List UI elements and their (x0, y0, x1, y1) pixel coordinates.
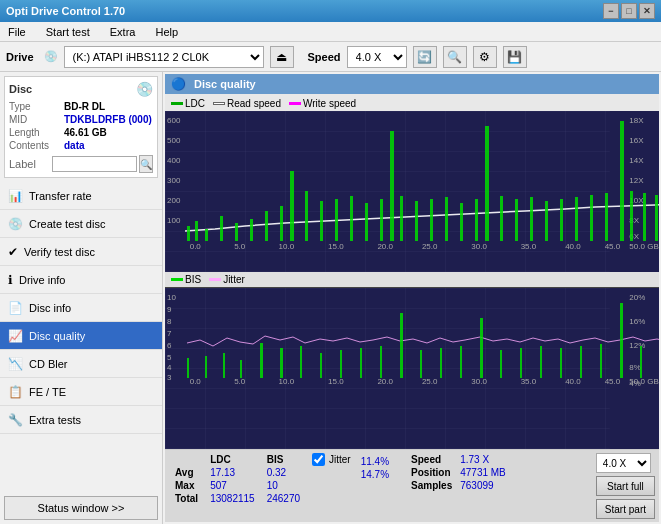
svg-text:5.0: 5.0 (234, 377, 246, 386)
svg-rect-52 (545, 201, 548, 241)
svg-text:100: 100 (167, 216, 181, 225)
menu-extra[interactable]: Extra (106, 24, 140, 40)
label-input[interactable] (52, 156, 137, 172)
svg-rect-63 (165, 288, 610, 449)
svg-rect-54 (575, 197, 578, 241)
legend-bis-label: BIS (185, 274, 201, 285)
total-samples: 763099 (456, 479, 510, 492)
create-test-disc-icon: 💿 (8, 217, 23, 231)
svg-text:9: 9 (167, 305, 172, 314)
svg-rect-89 (205, 356, 207, 378)
menu-start-test[interactable]: Start test (42, 24, 94, 40)
sidebar-item-cd-bler[interactable]: 📉 CD Bler (0, 350, 162, 378)
transfer-rate-icon: 📊 (8, 189, 23, 203)
svg-text:10.0: 10.0 (279, 377, 295, 386)
svg-rect-93 (280, 348, 283, 378)
stats-table: LDC BIS Avg 17.13 0.32 Max 507 10 Total … (169, 453, 306, 505)
cd-bler-icon: 📉 (8, 357, 23, 371)
total-label: Total (169, 492, 204, 505)
minimize-button[interactable]: − (603, 3, 619, 19)
sidebar-item-fe-te[interactable]: 📋 FE / TE (0, 378, 162, 406)
svg-rect-90 (223, 353, 225, 378)
svg-text:10: 10 (167, 293, 176, 302)
avg-ldc: 17.13 (204, 466, 261, 479)
jitter-stats-table: 11.4% 14.7% (357, 453, 401, 481)
refresh-button[interactable]: 🔄 (413, 46, 437, 68)
sidebar-label-create-test-disc: Create test disc (29, 218, 105, 230)
type-value: BD-R DL (64, 101, 105, 112)
chart-header: 🔵 Disc quality (165, 74, 659, 94)
svg-rect-43 (415, 201, 418, 241)
sidebar-item-verify-test-disc[interactable]: ✔ Verify test disc (0, 238, 162, 266)
sidebar-item-transfer-rate[interactable]: 📊 Transfer rate (0, 182, 162, 210)
svg-rect-33 (280, 206, 283, 241)
svg-rect-53 (560, 199, 563, 241)
svg-rect-38 (350, 196, 353, 241)
svg-rect-42 (400, 196, 403, 241)
disc-panel-title: Disc (9, 83, 32, 95)
samples-label: Samples (407, 479, 456, 492)
sidebar-item-disc-info[interactable]: 📄 Disc info (0, 294, 162, 322)
svg-rect-109 (600, 344, 602, 378)
svg-text:40.0: 40.0 (565, 377, 581, 386)
bottom-chart: 10 9 8 7 6 5 4 3 20% 16% 12% 8% 4% 0.0 5… (165, 287, 659, 449)
right-buttons: 4.0 X Start full Start part (596, 453, 655, 519)
svg-rect-27 (195, 221, 198, 241)
svg-text:6: 6 (167, 341, 172, 350)
max-ldc: 507 (204, 479, 261, 492)
svg-rect-34 (290, 171, 294, 241)
col-ldc: LDC (204, 453, 261, 466)
scan-button[interactable]: 🔍 (443, 46, 467, 68)
contents-key: Contents (9, 140, 64, 151)
svg-text:14X: 14X (629, 156, 644, 165)
svg-text:7: 7 (167, 329, 172, 338)
drive-select[interactable]: (K:) ATAPI iHBS112 2 CL0K (64, 46, 264, 68)
svg-text:35.0: 35.0 (521, 242, 537, 251)
settings-button[interactable]: ⚙ (473, 46, 497, 68)
menu-help[interactable]: Help (151, 24, 182, 40)
chart-area: 🔵 Disc quality LDC Read speed Write spee… (163, 72, 661, 524)
length-key: Length (9, 127, 64, 138)
start-full-button[interactable]: Start full (596, 476, 655, 496)
svg-text:15.0: 15.0 (328, 377, 344, 386)
svg-rect-30 (235, 223, 238, 241)
svg-text:20%: 20% (629, 293, 645, 302)
label-browse-button[interactable]: 🔍 (139, 155, 153, 173)
jitter-checkbox[interactable] (312, 453, 325, 466)
save-button[interactable]: 💾 (503, 46, 527, 68)
close-button[interactable]: ✕ (639, 3, 655, 19)
sidebar-item-drive-info[interactable]: ℹ Drive info (0, 266, 162, 294)
max-bis: 10 (261, 479, 306, 492)
maximize-button[interactable]: □ (621, 3, 637, 19)
ldc-color (171, 102, 183, 105)
eject-button[interactable]: ⏏ (270, 46, 294, 68)
svg-rect-48 (485, 126, 489, 241)
start-part-button[interactable]: Start part (596, 499, 655, 519)
legend-ldc: LDC (171, 98, 205, 109)
extra-tests-icon: 🔧 (8, 413, 23, 427)
menu-file[interactable]: File (4, 24, 30, 40)
svg-text:12X: 12X (629, 176, 644, 185)
legend-write-speed-label: Write speed (303, 98, 356, 109)
sidebar-item-extra-tests[interactable]: 🔧 Extra tests (0, 406, 162, 434)
svg-text:45.0: 45.0 (605, 242, 621, 251)
jitter-color (209, 278, 221, 281)
svg-rect-44 (430, 199, 433, 241)
status-window-button[interactable]: Status window >> (4, 496, 158, 520)
svg-text:5: 5 (167, 353, 172, 362)
avg-label: Avg (169, 466, 204, 479)
disc-panel: Disc 💿 Type BD-R DL MID TDKBLDRFB (000) … (4, 76, 158, 178)
svg-rect-51 (530, 197, 533, 241)
svg-text:5.0: 5.0 (234, 242, 246, 251)
svg-text:0.0: 0.0 (190, 242, 202, 251)
sidebar-item-create-test-disc[interactable]: 💿 Create test disc (0, 210, 162, 238)
sidebar-label-cd-bler: CD Bler (29, 358, 68, 370)
speed-select[interactable]: 4.0 X (347, 46, 407, 68)
svg-rect-91 (240, 360, 242, 378)
sidebar-label-verify-test-disc: Verify test disc (24, 246, 95, 258)
svg-rect-39 (365, 203, 368, 241)
total-bis: 246270 (261, 492, 306, 505)
speed-label: Speed (308, 51, 341, 63)
chart-speed-select[interactable]: 4.0 X (596, 453, 651, 473)
sidebar-item-disc-quality[interactable]: 📈 Disc quality (0, 322, 162, 350)
